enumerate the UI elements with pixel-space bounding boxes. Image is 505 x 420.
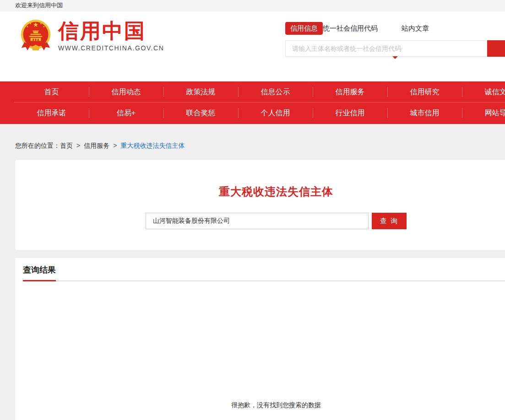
nav-item-policies[interactable]: 政策法规 <box>163 81 238 102</box>
empty-result-message: 很抱歉，没有找到您搜索的数据 <box>15 401 505 409</box>
site-url: WWW.CREDITCHINA.GOV.CN <box>58 44 164 52</box>
nav-item-industry-credit[interactable]: 行业信用 <box>313 102 387 124</box>
nav-item-home[interactable]: 首页 <box>14 81 89 102</box>
topbar: 欢迎来到信用中国 <box>0 0 505 11</box>
header-search-button[interactable] <box>487 40 505 57</box>
brand-link[interactable]: 信用中国 WWW.CREDITCHINA.GOV.CN <box>19 18 164 54</box>
tab-site-articles[interactable]: 站内文章 <box>402 24 429 33</box>
main-nav: 首页 信用动态 政策法规 信息公示 信用服务 信用研究 诚信文化 信用承诺 信易… <box>0 81 505 124</box>
nav-item-xinyi-plus[interactable]: 信易+ <box>89 102 163 124</box>
results-card: 查询结果 很抱歉，没有找到您搜索的数据 <box>15 258 505 420</box>
nav-item-info-disclosure[interactable]: 信息公示 <box>238 81 313 102</box>
header: 信用中国 WWW.CREDITCHINA.GOV.CN 信用信息 统一社会信用代… <box>0 11 505 81</box>
nav-row-1: 首页 信用动态 政策法规 信息公示 信用服务 信用研究 诚信文化 <box>14 81 505 102</box>
query-card: 重大税收违法失信主体 查 询 <box>15 160 505 250</box>
site-title: 信用中国 <box>58 20 164 43</box>
breadcrumb-prefix: 您所在的位置： <box>15 142 60 149</box>
header-search: 信用信息 统一社会信用代码 站内文章 <box>285 22 505 57</box>
national-emblem-icon <box>19 18 52 54</box>
brand-text: 信用中国 WWW.CREDITCHINA.GOV.CN <box>58 18 164 52</box>
breadcrumb-current-page[interactable]: 重大税收违法失信主体 <box>120 142 185 149</box>
tab-unified-social-credit-code[interactable]: 统一社会信用代码 <box>323 24 378 33</box>
nav-item-city-credit[interactable]: 城市信用 <box>387 102 462 124</box>
query-row: 查 询 <box>15 213 505 229</box>
nav-item-joint-reward-punishment[interactable]: 联合奖惩 <box>163 102 238 124</box>
breadcrumb: 您所在的位置：首页>信用服务>重大税收违法失信主体 <box>0 124 505 150</box>
results-heading: 查询结果 <box>23 264 56 281</box>
page-title: 重大税收违法失信主体 <box>15 160 505 199</box>
header-search-row <box>285 40 505 57</box>
breadcrumb-credit-services[interactable]: 信用服务 <box>84 142 109 149</box>
search-tabs: 信用信息 统一社会信用代码 站内文章 <box>285 22 505 35</box>
nav-item-credit-news[interactable]: 信用动态 <box>89 81 163 102</box>
welcome-text: 欢迎来到信用中国 <box>15 2 63 9</box>
active-tab-pointer-icon <box>392 56 398 59</box>
entity-search-input[interactable] <box>146 213 369 229</box>
tab-credit-info[interactable]: 信用信息 <box>285 22 323 35</box>
nav-item-credit-commitment[interactable]: 信用承诺 <box>14 102 89 124</box>
header-search-input[interactable] <box>285 40 487 57</box>
nav-item-credit-services[interactable]: 信用服务 <box>313 81 387 102</box>
nav-row-2: 信用承诺 信易+ 联合奖惩 个人信用 行业信用 城市信用 网站导航 <box>14 102 505 124</box>
nav-item-integrity-culture[interactable]: 诚信文化 <box>462 81 505 102</box>
query-button[interactable]: 查 询 <box>372 213 407 229</box>
nav-item-credit-research[interactable]: 信用研究 <box>387 81 462 102</box>
page: 欢迎来到信用中国 <box>0 0 505 420</box>
nav-item-site-map[interactable]: 网站导航 <box>462 102 505 124</box>
breadcrumb-separator: > <box>76 142 80 149</box>
breadcrumb-separator: > <box>113 142 117 149</box>
breadcrumb-home[interactable]: 首页 <box>60 142 73 149</box>
results-header: 查询结果 <box>23 258 505 281</box>
nav-item-personal-credit[interactable]: 个人信用 <box>238 102 313 124</box>
